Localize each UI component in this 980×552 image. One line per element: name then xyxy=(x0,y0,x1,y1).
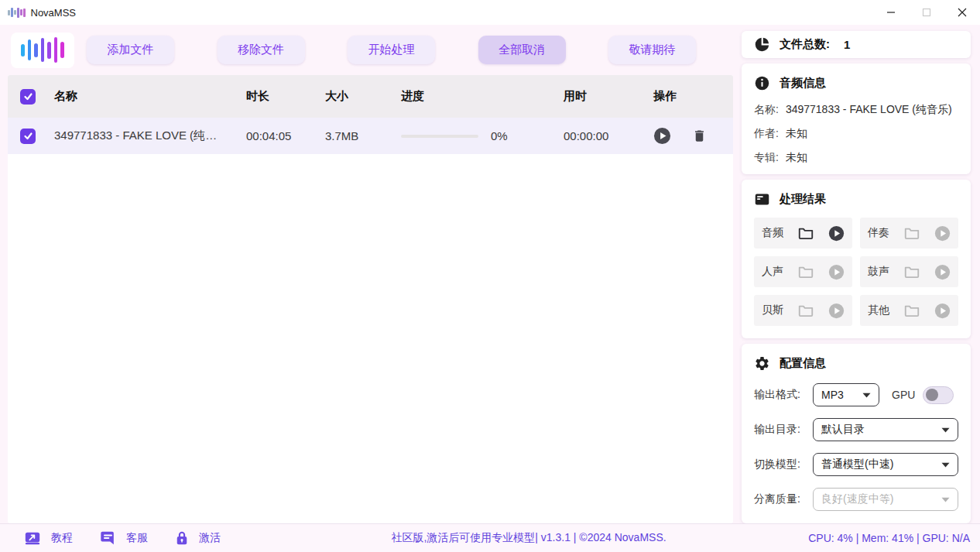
tutorial-arrow-icon xyxy=(23,530,42,547)
result-item-audio: 音频 xyxy=(754,218,852,249)
lock-activate-icon xyxy=(174,530,190,547)
cell-file-name: 349771833 - FAKE LOVE (纯音乐) xyxy=(54,129,246,143)
results-card: 处理结果 音频 伴奏 xyxy=(742,180,971,338)
output-format-select[interactable]: MP3 xyxy=(813,383,879,406)
minimize-button[interactable] xyxy=(873,0,909,25)
info-icon xyxy=(754,75,770,91)
quality-select: 良好(速度中等) xyxy=(813,488,958,511)
audio-play-button[interactable] xyxy=(828,225,845,242)
file-count-label: 文件总数: xyxy=(780,37,830,52)
cell-duration: 00:04:05 xyxy=(246,129,325,142)
config-card: 配置信息 输出格式: MP3 GPU 输出目录: 默认目录 xyxy=(742,344,971,523)
cancel-all-button[interactable]: 全部取消 xyxy=(478,36,566,64)
vocals-folder-button xyxy=(797,263,815,280)
chat-support-icon xyxy=(99,530,117,547)
chevron-down-icon xyxy=(862,393,871,398)
progress-label: 0% xyxy=(491,129,508,142)
vocals-play-button xyxy=(828,264,845,280)
select-all-checkbox[interactable] xyxy=(20,89,36,105)
add-files-button[interactable]: 添加文件 xyxy=(87,36,174,64)
row-play-button[interactable] xyxy=(653,127,671,145)
app-logo-icon xyxy=(8,6,26,19)
accompaniment-play-button xyxy=(934,225,951,242)
model-select[interactable]: 普通模型(中速) xyxy=(813,453,958,476)
audio-info-album-row: 专辑: 未知 xyxy=(754,151,958,163)
accompaniment-folder-button xyxy=(903,225,921,242)
support-link[interactable]: 客服 xyxy=(99,530,148,547)
statusbar: 教程 客服 激活 社区版,激活后可使用专业模型| v1.3.1 | ©2024 … xyxy=(0,523,980,552)
file-count-card: 文件总数: 1 xyxy=(742,31,971,58)
audio-folder-button[interactable] xyxy=(797,225,815,242)
table-header-row: 名称 时长 大小 进度 用时 操作 xyxy=(8,75,733,118)
result-item-drums: 鼓声 xyxy=(860,256,958,287)
edition-version-text: 社区版,激活后可使用专业模型| v1.3.1 | ©2024 NovaMSS. xyxy=(271,531,786,545)
progress-bar xyxy=(401,135,478,138)
coming-soon-button[interactable]: 敬请期待 xyxy=(608,36,696,64)
audio-info-card: 音频信息 名称: 349771833 - FAKE LOVE (纯音乐) 作者:… xyxy=(742,63,971,174)
maximize-button[interactable] xyxy=(909,0,944,25)
model-select-label: 切换模型: xyxy=(754,458,813,471)
header-elapsed: 用时 xyxy=(564,89,641,104)
tutorial-link[interactable]: 教程 xyxy=(23,530,73,547)
audio-info-title: 音频信息 xyxy=(780,76,826,91)
header-duration: 时长 xyxy=(246,89,325,104)
result-item-accompaniment: 伴奏 xyxy=(860,218,958,249)
quality-select-label: 分离质量: xyxy=(754,492,813,506)
other-play-button xyxy=(934,303,951,319)
header-progress: 进度 xyxy=(401,89,564,104)
cell-elapsed: 00:00:00 xyxy=(564,129,641,142)
header-actions: 操作 xyxy=(641,89,733,104)
result-item-bass: 贝斯 xyxy=(754,295,852,326)
gear-icon xyxy=(754,355,770,372)
toolbar: 添加文件 移除文件 开始处理 全部取消 敬请期待 xyxy=(0,25,742,75)
sidebar: 文件总数: 1 音频信息 名称: 349771833 - FAKE LOVE (… xyxy=(742,25,971,523)
waveform-logo-icon xyxy=(11,33,74,68)
table-row[interactable]: 349771833 - FAKE LOVE (纯音乐) 00:04:05 3.7… xyxy=(8,118,733,154)
row-checkbox[interactable] xyxy=(20,129,36,144)
system-stats-text: CPU: 4% | Mem: 41% | GPU: N/A xyxy=(786,532,980,544)
result-item-vocals: 人声 xyxy=(754,256,852,287)
chevron-down-icon xyxy=(941,497,950,502)
results-title: 处理结果 xyxy=(780,192,826,207)
chevron-down-icon xyxy=(941,462,950,468)
output-dir-label: 输出目录: xyxy=(754,423,813,437)
pie-chart-icon xyxy=(754,36,770,53)
drums-play-button xyxy=(934,264,951,280)
app-window: NovaMSS 添加文件 移除文件 xyxy=(0,0,980,552)
titlebar: NovaMSS xyxy=(0,0,980,25)
start-processing-button[interactable]: 开始处理 xyxy=(348,36,435,64)
result-item-other: 其他 xyxy=(860,295,958,326)
audio-info-name-row: 名称: 349771833 - FAKE LOVE (纯音乐) xyxy=(754,103,958,115)
config-title: 配置信息 xyxy=(780,356,826,371)
drums-folder-button xyxy=(903,263,921,280)
output-format-label: 输出格式: xyxy=(754,388,813,402)
other-folder-button xyxy=(903,302,921,319)
header-size: 大小 xyxy=(325,89,401,104)
gpu-toggle[interactable] xyxy=(923,386,954,404)
remove-files-button[interactable]: 移除文件 xyxy=(218,36,305,64)
bass-play-button xyxy=(828,303,845,319)
file-count-value: 1 xyxy=(844,38,850,51)
chevron-down-icon xyxy=(941,427,950,433)
audio-info-artist-row: 作者: 未知 xyxy=(754,127,958,139)
gpu-label: GPU xyxy=(892,389,915,401)
bass-folder-button xyxy=(797,302,815,319)
output-dir-select[interactable]: 默认目录 xyxy=(813,418,958,441)
file-table: 名称 时长 大小 进度 用时 操作 349771833 - FAKE LOVE … xyxy=(8,75,733,523)
row-delete-button[interactable] xyxy=(692,128,707,144)
close-button[interactable] xyxy=(944,0,980,25)
results-card-icon xyxy=(754,191,770,207)
app-title: NovaMSS xyxy=(31,7,77,19)
cell-size: 3.7MB xyxy=(325,129,401,142)
activate-link[interactable]: 激活 xyxy=(174,530,221,547)
header-name: 名称 xyxy=(54,89,246,104)
